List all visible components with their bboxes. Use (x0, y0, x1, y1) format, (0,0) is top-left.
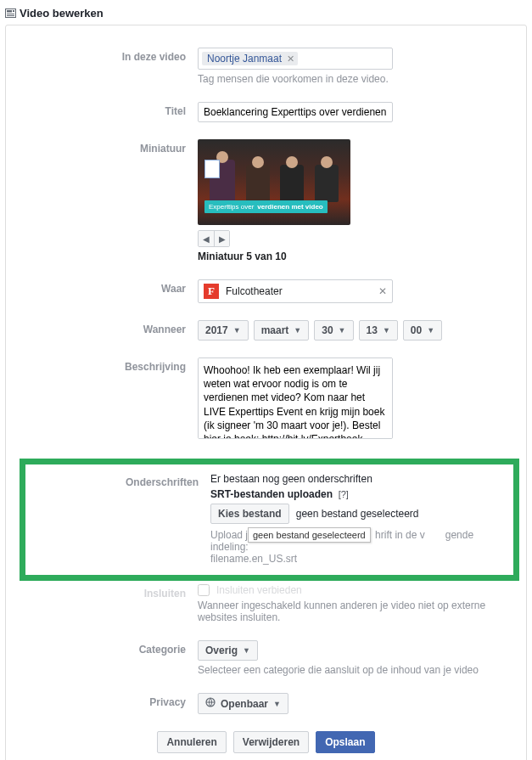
svg-rect-4 (7, 15, 14, 16)
title-input[interactable] (198, 102, 393, 122)
place-name: Fulcotheater (226, 285, 283, 297)
thumbnail-caption: Miniatuur 5 van 10 (198, 251, 512, 262)
thumbnail-preview: Experttips over verdienen met video (198, 139, 350, 225)
thumbnail-nav: ◀ ▶ (198, 230, 230, 247)
where-label: Waar (20, 279, 198, 295)
delete-button[interactable]: Verwijderen (233, 731, 309, 753)
globe-icon (205, 697, 216, 710)
save-button[interactable]: Opslaan (316, 731, 374, 753)
dialog-title: Video bewerken (20, 7, 104, 20)
embed-help: Wanneer ingeschakeld kunnen anderen je v… (198, 600, 512, 623)
thumbnail-figure (280, 165, 304, 202)
when-label: Wanneer (20, 320, 198, 335)
caret-down-icon: ▼ (243, 646, 250, 655)
title-label: Titel (20, 102, 198, 117)
person-tag[interactable]: Noortje Janmaat ✕ (202, 52, 298, 65)
year-select[interactable]: 2017▼ (198, 320, 249, 341)
place-input[interactable]: F Fulcotheater ✕ (198, 279, 393, 303)
svg-rect-1 (7, 10, 12, 13)
file-tooltip: geen bestand geselecteerd (248, 527, 371, 543)
embed-label: Insluiten (20, 584, 198, 600)
dialog-header: Video bewerken (0, 0, 532, 25)
minute-select[interactable]: 00▼ (403, 320, 442, 341)
srt-upload-text: SRT-bestanden uploaden (210, 488, 333, 500)
hour-select[interactable]: 13▼ (359, 320, 398, 341)
srt-note-mid: hrift in de v (375, 529, 425, 541)
person-tag-name: Noortje Janmaat (207, 53, 282, 65)
caret-down-icon: ▼ (383, 326, 390, 335)
embed-checkbox-label: Insluiten verbieden (216, 584, 302, 596)
thumb-prev-button[interactable]: ◀ (199, 231, 214, 246)
edit-video-panel: In deze video Noortje Janmaat ✕ Tag mens… (5, 25, 527, 760)
tags-label: In deze video (20, 48, 198, 63)
category-help: Selecteer een categorie die aansluit op … (198, 664, 512, 676)
caret-down-icon: ▼ (233, 326, 241, 335)
captions-highlight-box: Onderschriften Er bestaan nog geen onder… (20, 459, 519, 581)
thumb-next-button[interactable]: ▶ (214, 231, 229, 246)
captions-label: Onderschriften (41, 473, 210, 488)
clear-place-icon[interactable]: ✕ (378, 285, 387, 297)
video-icon (5, 8, 16, 18)
thumbnail-figure (210, 160, 235, 202)
day-select[interactable]: 30▼ (314, 320, 353, 341)
people-tag-input[interactable]: Noortje Janmaat ✕ (198, 48, 393, 70)
srt-format: filename.en_US.srt (210, 553, 297, 565)
cancel-button[interactable]: Annuleren (157, 731, 226, 753)
category-label: Categorie (20, 640, 198, 656)
month-select[interactable]: maart▼ (254, 320, 310, 341)
thumbnail-banner: Experttips over verdienen met video (204, 200, 328, 213)
help-icon[interactable]: [?] (339, 489, 349, 499)
privacy-label: Privacy (20, 693, 198, 708)
caret-down-icon: ▼ (273, 700, 281, 708)
svg-rect-3 (7, 14, 14, 14)
thumbnail-figure (246, 165, 270, 202)
file-status: geen bestand geselecteerd (296, 508, 419, 520)
thumbnail-figure (315, 165, 339, 202)
svg-rect-2 (13, 10, 14, 12)
caret-down-icon: ▼ (427, 326, 434, 335)
thumbnail-label: Miniatuur (20, 139, 198, 155)
tags-help: Tag mensen die voorkomen in deze video. (198, 73, 512, 85)
caret-down-icon: ▼ (339, 326, 346, 335)
captions-none-text: Er bestaan nog geen onderschriften (210, 473, 498, 485)
dialog-footer: Annuleren Verwijderen Opslaan (20, 731, 512, 753)
description-label: Beschrijving (20, 357, 198, 373)
remove-tag-icon[interactable]: ✕ (287, 53, 294, 65)
place-icon: F (204, 284, 219, 299)
description-textarea[interactable]: Whoohoo! Ik heb een exemplaar! Wil jij w… (198, 357, 393, 439)
choose-file-button[interactable]: Kies bestand (210, 504, 289, 524)
category-select[interactable]: Overig▼ (198, 640, 258, 661)
caret-down-icon: ▼ (294, 326, 301, 335)
privacy-select[interactable]: Openbaar ▼ (198, 693, 288, 714)
embed-forbid-checkbox[interactable] (198, 584, 210, 596)
